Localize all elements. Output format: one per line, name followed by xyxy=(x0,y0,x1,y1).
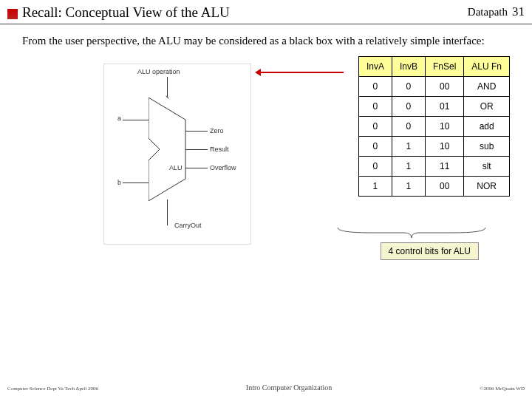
label-a: a xyxy=(117,115,121,122)
footer-center: Intro Computer Organization xyxy=(246,383,332,392)
label-alu-operation: ALU operation xyxy=(137,68,180,75)
table-row: 0000AND xyxy=(358,77,509,97)
table-header-row: InvA InvB FnSel ALU Fn xyxy=(358,57,509,77)
caption-box: 4 control bits for ALU xyxy=(381,242,479,260)
arrow-icon xyxy=(255,69,344,76)
line-carryout xyxy=(167,200,168,225)
table-row: 0001OR xyxy=(358,97,509,117)
line-overflow xyxy=(185,168,208,168)
footer-right: ©2006 McQuain WD xyxy=(480,386,525,392)
line-result xyxy=(185,149,208,150)
function-table: InvA InvB FnSel ALU Fn 0000AND 0001OR 00… xyxy=(358,56,510,197)
footer-left: Computer Science Dept Va Tech April 2006 xyxy=(7,386,98,392)
th-fnsel: FnSel xyxy=(425,57,463,77)
page-number: 31 xyxy=(512,4,525,19)
label-b: b xyxy=(117,179,121,186)
label-zero: Zero xyxy=(210,127,224,134)
th-inva: InvA xyxy=(358,57,392,77)
title-group: Recall: Conceptual View of the ALU xyxy=(7,4,230,21)
section-label: Datapath xyxy=(468,6,508,18)
table-row: 0111slt xyxy=(358,157,509,177)
slide-header: Recall: Conceptual View of the ALU Datap… xyxy=(0,0,532,24)
svg-marker-0 xyxy=(149,98,185,201)
label-carryout: CarryOut xyxy=(174,222,202,229)
line-op xyxy=(167,77,168,98)
th-alufn: ALU Fn xyxy=(464,57,510,77)
line-b xyxy=(123,183,149,183)
th-invb: InvB xyxy=(392,57,425,77)
label-result: Result xyxy=(210,146,229,153)
label-overflow: Overflow xyxy=(210,164,236,171)
brace-icon xyxy=(334,226,489,239)
slide-title: Recall: Conceptual View of the ALU xyxy=(22,4,230,21)
label-alu: ALU xyxy=(169,164,183,171)
slide-footer: Computer Science Dept Va Tech April 2006… xyxy=(0,383,532,392)
alu-diagram: ALU operation ALU a b Zero Result Overfl… xyxy=(103,64,251,245)
table-row: 0010add xyxy=(358,117,509,137)
bullet-icon xyxy=(7,9,18,19)
table-row: 1100NOR xyxy=(358,177,509,197)
line-zero xyxy=(185,131,208,132)
content-area: ALU operation ALU a b Zero Result Overfl… xyxy=(0,56,532,307)
line-a xyxy=(123,120,149,120)
table-row: 0110sub xyxy=(358,137,509,157)
header-right: Datapath 31 xyxy=(468,4,525,19)
intro-text: From the user perspective, the ALU may b… xyxy=(0,24,532,56)
